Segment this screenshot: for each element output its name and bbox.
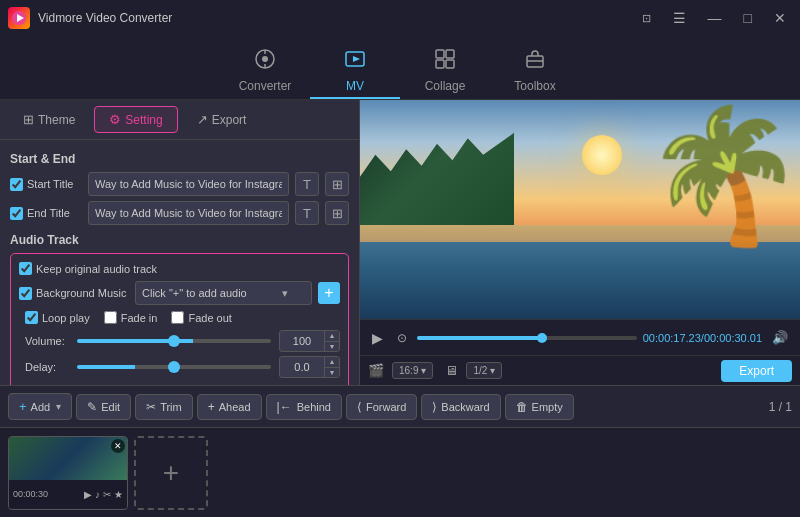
audio-track-box: Keep original audio track Background Mus… xyxy=(10,253,349,385)
tab-collage-label: Collage xyxy=(425,79,466,93)
clip-close-button[interactable]: ✕ xyxy=(111,439,125,453)
scale-chevron: ▾ xyxy=(490,365,495,376)
stop-button[interactable]: ⊙ xyxy=(393,329,411,347)
video-preview: 🌴 xyxy=(360,100,800,319)
add-chevron-icon: ▾ xyxy=(56,401,61,412)
trim-button[interactable]: ✂ Trim xyxy=(135,394,193,420)
keep-original-checkbox[interactable] xyxy=(19,262,32,275)
behind-button[interactable]: |← Behind xyxy=(266,394,342,420)
menu-icon[interactable]: ☰ xyxy=(667,8,692,28)
left-panel: ⊞ Theme ⚙ Setting ↗ Export Start & End xyxy=(0,100,360,385)
film-icon: 🎬 xyxy=(368,363,384,378)
export-button[interactable]: Export xyxy=(721,360,792,382)
background-music-checkbox-label[interactable]: Background Music xyxy=(19,287,129,300)
start-title-input[interactable] xyxy=(88,172,289,196)
end-title-checkbox[interactable] xyxy=(10,207,23,220)
fade-in-checkbox[interactable] xyxy=(104,311,117,324)
export-arrow-icon: ↗ xyxy=(197,112,208,127)
scale-select[interactable]: 1/2 ▾ xyxy=(466,362,502,379)
toolbox-icon xyxy=(524,48,546,75)
monitor-icon: 🖥 xyxy=(445,363,458,378)
right-panel: 🌴 ▶ ⊙ 00:00:17.23/00:00:30.01 🔊 🎬 16:9 xyxy=(360,100,800,385)
delay-slider[interactable] xyxy=(77,365,271,369)
end-title-grid-icon[interactable]: ⊞ xyxy=(325,201,349,225)
audio-select[interactable]: Click "+" to add audio xyxy=(135,281,312,305)
start-title-font-icon[interactable]: T xyxy=(295,172,319,196)
filmstrip: 00:00:30 ▶ ♪ ✂ ★ ✕ + xyxy=(0,427,800,517)
background-music-checkbox[interactable] xyxy=(19,287,32,300)
ahead-button[interactable]: + Ahead xyxy=(197,394,262,420)
minimize-button[interactable]: — xyxy=(702,8,728,28)
svg-rect-11 xyxy=(446,60,454,68)
subtab-theme[interactable]: ⊞ Theme xyxy=(8,106,90,133)
delay-input[interactable] xyxy=(280,357,324,377)
start-end-label: Start & End xyxy=(10,152,349,166)
volume-input[interactable] xyxy=(280,331,324,351)
volume-label: Volume: xyxy=(25,335,69,347)
tab-collage[interactable]: Collage xyxy=(400,43,490,99)
bottom-toolbar: + Add ▾ ✎ Edit ✂ Trim + Ahead |← Behind … xyxy=(0,385,800,427)
add-clip-button[interactable]: + xyxy=(134,436,208,510)
page-info: 1 / 1 xyxy=(769,400,792,414)
end-title-input[interactable] xyxy=(88,201,289,225)
empty-button[interactable]: 🗑 Empty xyxy=(505,394,574,420)
volume-icon[interactable]: 🔊 xyxy=(768,328,792,347)
theme-grid-icon: ⊞ xyxy=(23,112,34,127)
volume-down-button[interactable]: ▼ xyxy=(325,342,339,352)
svg-marker-7 xyxy=(353,56,360,62)
film-clip-1[interactable]: 00:00:30 ▶ ♪ ✂ ★ ✕ xyxy=(8,436,128,510)
delay-up-button[interactable]: ▲ xyxy=(325,357,339,368)
volume-input-wrap: ▲ ▼ xyxy=(279,330,340,352)
play-button[interactable]: ▶ xyxy=(368,328,387,348)
loop-play-checkbox[interactable] xyxy=(25,311,38,324)
start-title-row: Start Title T ⊞ xyxy=(10,172,349,196)
start-title-checkbox[interactable] xyxy=(10,178,23,191)
ratio-controls: 🎬 16:9 ▾ 🖥 1/2 ▾ Export xyxy=(360,355,800,385)
maximize-button[interactable]: □ xyxy=(738,8,758,28)
tab-converter-label: Converter xyxy=(239,79,292,93)
start-title-checkbox-label[interactable]: Start Title xyxy=(10,178,82,191)
edit-icon: ✎ xyxy=(87,400,97,414)
end-title-font-icon[interactable]: T xyxy=(295,201,319,225)
volume-row: Volume: ▲ ▼ xyxy=(19,330,340,352)
forward-button[interactable]: ⟨ Forward xyxy=(346,394,417,420)
backward-button[interactable]: ⟩ Backward xyxy=(421,394,500,420)
volume-up-button[interactable]: ▲ xyxy=(325,331,339,342)
start-title-grid-icon[interactable]: ⊞ xyxy=(325,172,349,196)
subtab-setting[interactable]: ⚙ Setting xyxy=(94,106,177,133)
add-button[interactable]: + Add ▾ xyxy=(8,393,72,420)
keep-original-label[interactable]: Keep original audio track xyxy=(19,262,157,275)
tab-mv[interactable]: MV xyxy=(310,43,400,99)
sub-tabs: ⊞ Theme ⚙ Setting ↗ Export xyxy=(0,100,359,140)
fade-out-label[interactable]: Fade out xyxy=(171,311,231,324)
ratio-chevron: ▾ xyxy=(421,365,426,376)
trim-icon: ✂ xyxy=(146,400,156,414)
end-title-checkbox-label[interactable]: End Title xyxy=(10,207,82,220)
audio-options-row: Loop play Fade in Fade out xyxy=(19,311,340,324)
ratio-select[interactable]: 16:9 ▾ xyxy=(392,362,433,379)
progress-fill xyxy=(417,336,542,340)
settings-icon[interactable]: ⊡ xyxy=(636,10,657,27)
background-music-row: Background Music Click "+" to add audio … xyxy=(19,281,340,305)
video-progress-bar[interactable] xyxy=(417,336,637,340)
app-title: Vidmore Video Converter xyxy=(38,11,172,25)
loop-play-label[interactable]: Loop play xyxy=(25,311,90,324)
tab-converter[interactable]: Converter xyxy=(220,43,310,99)
star-small-icon: ★ xyxy=(114,489,123,500)
subtab-export[interactable]: ↗ Export xyxy=(182,106,262,133)
edit-button[interactable]: ✎ Edit xyxy=(76,394,131,420)
keep-original-row: Keep original audio track xyxy=(19,262,340,275)
video-controls-bar: ▶ ⊙ 00:00:17.23/00:00:30.01 🔊 xyxy=(360,319,800,355)
forward-icon: ⟨ xyxy=(357,400,362,414)
close-button[interactable]: ✕ xyxy=(768,8,792,28)
clip-duration: 00:00:30 xyxy=(13,489,48,499)
delay-down-button[interactable]: ▼ xyxy=(325,368,339,378)
add-audio-button[interactable]: + xyxy=(318,282,340,304)
audio-small-icon: ♪ xyxy=(95,489,100,500)
audio-select-wrapper: Click "+" to add audio xyxy=(135,281,312,305)
time-display: 00:00:17.23/00:00:30.01 xyxy=(643,332,762,344)
fade-out-checkbox[interactable] xyxy=(171,311,184,324)
tab-toolbox[interactable]: Toolbox xyxy=(490,43,580,99)
volume-slider[interactable] xyxy=(77,339,271,343)
fade-in-label[interactable]: Fade in xyxy=(104,311,158,324)
